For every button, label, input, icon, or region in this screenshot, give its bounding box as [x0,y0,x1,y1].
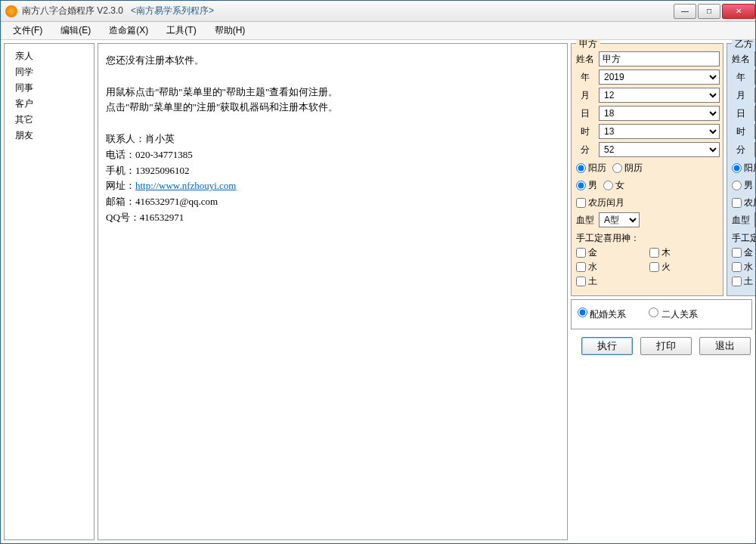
text-line: 点击"帮助"菜单里的"注册"获取机器码和注册本软件。 [106,100,559,116]
sidebar-item[interactable]: 朋友 [5,128,94,144]
sidebar-item[interactable]: 其它 [5,112,94,128]
label-hour: 时 [575,125,596,138]
mobile-line: 手机：13925096102 [106,163,559,179]
check-leap-a[interactable]: 农历闰月 [576,196,624,209]
minimize-button[interactable]: — [674,4,696,19]
radio-male-a[interactable]: 男 [576,179,597,192]
name-input-a[interactable] [599,51,720,66]
close-button[interactable]: ✕ [722,4,755,19]
relation-box: 配婚关系 二人关系 [571,299,752,329]
radio-solar-a[interactable]: 阳历 [576,162,606,175]
sidebar: 亲人 同学 同事 客户 其它 朋友 [4,43,94,540]
sidebar-item[interactable]: 亲人 [5,48,94,64]
check-shui-b[interactable]: 水 [732,261,755,274]
sidebar-item[interactable]: 同学 [5,64,94,80]
menu-tools[interactable]: 工具(T) [157,23,205,39]
menubar: 文件(F) 编辑(E) 造命篇(X) 工具(T) 帮助(H) [1,22,755,40]
window-subtitle: <南方易学系列程序> [131,5,214,17]
check-jin-b[interactable]: 金 [732,246,755,259]
manual-label-a: 手工定喜用神： [576,232,718,245]
blood-select-b[interactable]: A型 [754,212,755,227]
day-select-b[interactable]: 18 [754,106,755,121]
check-tu-a[interactable]: 土 [576,275,645,288]
radio-two[interactable]: 二人关系 [649,308,697,321]
check-leap-b[interactable]: 农历闰月 [732,196,755,209]
hour-select-b[interactable]: 13 [754,124,755,139]
window-title: 南方八字合婚程序 V2.3.0 [22,5,123,17]
tel-line: 电话：020-34771385 [106,147,559,163]
panel-jia: 甲方 姓名 年2019 月12 日18 时13 分52 阳历 阴历 男 女 [571,43,723,296]
minute-select-b[interactable]: 52 [754,142,755,157]
app-icon [5,5,17,17]
label-blood: 血型 [575,214,596,227]
year-select-b[interactable]: 2019 [754,70,755,85]
minute-select-a[interactable]: 52 [599,142,720,157]
print-button[interactable]: 打印 [640,337,692,355]
check-tu-b[interactable]: 土 [732,275,755,288]
check-mu-a[interactable]: 木 [649,246,718,259]
menu-file[interactable]: 文件(F) [4,23,51,39]
radio-female-a[interactable]: 女 [603,179,624,192]
radio-lunar-a[interactable]: 阴历 [612,162,643,175]
app-window: 南方八字合婚程序 V2.3.0 <南方易学系列程序> — □ ✕ 文件(F) 编… [0,0,756,544]
label-name: 姓名 [575,53,596,66]
month-select-b[interactable]: 12 [754,88,755,103]
website-link[interactable]: http://www.nfzhouyi.com [135,180,236,191]
url-line: 网址：http://www.nfzhouyi.com [106,178,559,194]
menu-edit[interactable]: 编辑(E) [51,23,100,39]
text-line: 用鼠标点击"帮助"菜单里的"帮助主题"查看如何注册。 [106,85,559,100]
qq-line: QQ号：416532971 [106,210,559,226]
execute-button[interactable]: 执行 [581,337,633,355]
label-minute: 分 [575,144,596,156]
manual-label-b: 手工定喜用神： [732,232,755,245]
main-content: 您还没有注册本软件。 用鼠标点击"帮助"菜单里的"帮助主题"查看如何注册。 点击… [98,43,568,540]
day-select-a[interactable]: 18 [599,106,720,121]
hour-select-a[interactable]: 13 [599,124,720,139]
text-line: 您还没有注册本软件。 [106,53,559,69]
menu-zaoming[interactable]: 造命篇(X) [100,23,157,39]
sidebar-item[interactable]: 客户 [5,96,94,112]
sidebar-item[interactable]: 同事 [5,80,94,96]
radio-match[interactable]: 配婚关系 [578,308,626,321]
blood-select-a[interactable]: A型 [599,212,640,227]
label-day: 日 [575,107,596,120]
contact-line: 联系人：肖小英 [106,131,559,147]
label-year: 年 [575,71,596,84]
exit-button[interactable]: 退出 [699,337,751,355]
name-input-b[interactable] [754,51,755,66]
titlebar: 南方八字合婚程序 V2.3.0 <南方易学系列程序> — □ ✕ [1,1,755,22]
radio-male-b[interactable]: 男 [732,179,753,192]
window-controls: — □ ✕ [672,4,755,19]
check-jin-a[interactable]: 金 [576,246,645,259]
body: 亲人 同学 同事 客户 其它 朋友 您还没有注册本软件。 用鼠标点击"帮助"菜单… [1,40,755,543]
panel-title-b: 乙方 [732,40,755,51]
menu-help[interactable]: 帮助(H) [206,23,255,39]
right-column: 甲方 姓名 年2019 月12 日18 时13 分52 阳历 阴历 男 女 [571,43,752,540]
email-line: 邮箱：416532971@qq.com [106,194,559,210]
check-huo-a[interactable]: 火 [649,261,718,274]
button-row: 执行 打印 退出 [571,332,752,360]
panel-title-a: 甲方 [576,40,600,51]
label-month: 月 [575,89,596,102]
maximize-button[interactable]: □ [698,4,720,19]
panel-yi: 乙方 姓名 年2019 月12 日18 时13 分52 阳历 阴历 男 女 [727,43,755,296]
year-select-a[interactable]: 2019 [599,70,720,85]
month-select-a[interactable]: 12 [599,88,720,103]
input-panels: 甲方 姓名 年2019 月12 日18 时13 分52 阳历 阴历 男 女 [571,43,752,296]
radio-solar-b[interactable]: 阳历 [732,162,755,175]
check-shui-a[interactable]: 水 [576,261,645,274]
